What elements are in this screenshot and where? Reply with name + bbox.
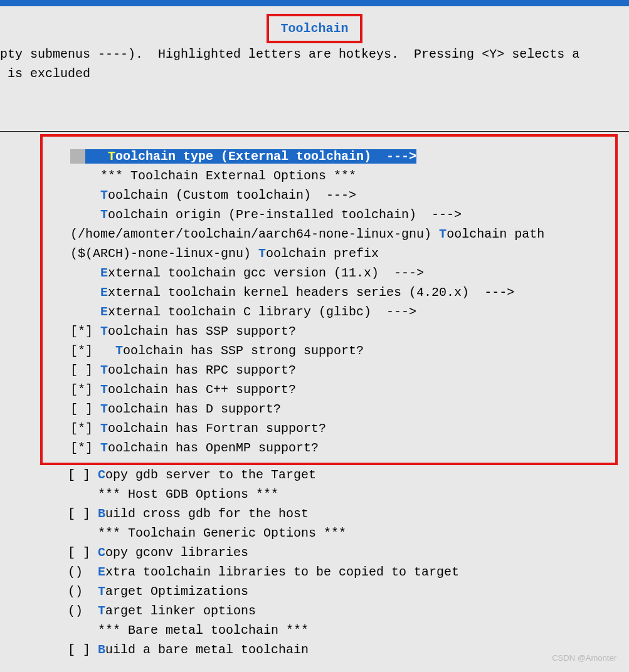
- divider: [0, 131, 629, 132]
- menu-cpp-support[interactable]: [*] Toolchain has C++ support?: [48, 380, 610, 399]
- menu-d-support[interactable]: [ ] Toolchain has D support?: [48, 399, 610, 419]
- menu-rpc-support[interactable]: [ ] Toolchain has RPC support?: [48, 360, 610, 380]
- top-blue-bar: [0, 0, 629, 6]
- highlight-box: Toolchain type (External toolchain) --->…: [40, 134, 618, 465]
- spacer: [0, 83, 629, 130]
- menu-openmp-support[interactable]: [*] Toolchain has OpenMP support?: [48, 438, 610, 458]
- menu-build-bare-metal[interactable]: [ ] Build a bare metal toolchain: [0, 640, 629, 659]
- menu-kernel-headers[interactable]: External toolchain kernel headers series…: [48, 283, 610, 302]
- menu-ssp-support[interactable]: [*] Toolchain has SSP support?: [48, 322, 610, 341]
- section-external-options: *** Toolchain External Options ***: [48, 166, 610, 186]
- help-line-1: pty submenus ----). Highlighted letters …: [0, 45, 629, 64]
- menu-toolchain-origin[interactable]: Toolchain origin (Pre-installed toolchai…: [48, 205, 610, 224]
- menu-toolchain-path[interactable]: (/home/amonter/toolchain/aarch64-none-li…: [48, 224, 610, 244]
- page-title: Toolchain: [267, 14, 362, 43]
- section-generic-options: *** Toolchain Generic Options ***: [0, 523, 629, 543]
- menu-toolchain-type[interactable]: Toolchain type (External toolchain) --->: [48, 147, 610, 166]
- help-line-2: is excluded: [0, 64, 629, 83]
- section-host-gdb: *** Host GDB Options ***: [0, 485, 629, 504]
- menu-extra-libraries[interactable]: () Extra toolchain libraries to be copie…: [0, 562, 629, 582]
- menu-target-optimizations[interactable]: () Target Optimizations: [0, 582, 629, 601]
- menu-continuation: [ ] Copy gdb server to the Target *** Ho…: [0, 465, 629, 659]
- title-row: Toolchain: [0, 6, 629, 45]
- watermark: CSDN @Amonter: [552, 652, 616, 664]
- menu-c-library[interactable]: External toolchain C library (glibc) ---…: [48, 302, 610, 322]
- menu-toolchain-prefix[interactable]: ($(ARCH)-none-linux-gnu) Toolchain prefi…: [48, 244, 610, 263]
- section-bare-metal: *** Bare metal toolchain ***: [0, 621, 629, 640]
- menu-ssp-strong-support[interactable]: [*] Toolchain has SSP strong support?: [48, 341, 610, 360]
- menu-fortran-support[interactable]: [*] Toolchain has Fortran support?: [48, 419, 610, 438]
- menu-toolchain-custom[interactable]: Toolchain (Custom toolchain) --->: [48, 186, 610, 205]
- menu-gcc-version[interactable]: External toolchain gcc version (11.x) --…: [48, 263, 610, 283]
- menu-build-cross-gdb[interactable]: [ ] Build cross gdb for the host: [0, 504, 629, 523]
- menu-copy-gdb-server[interactable]: [ ] Copy gdb server to the Target: [0, 465, 629, 485]
- menu-target-linker-options[interactable]: () Target linker options: [0, 601, 629, 621]
- menu-copy-gconv[interactable]: [ ] Copy gconv libraries: [0, 543, 629, 562]
